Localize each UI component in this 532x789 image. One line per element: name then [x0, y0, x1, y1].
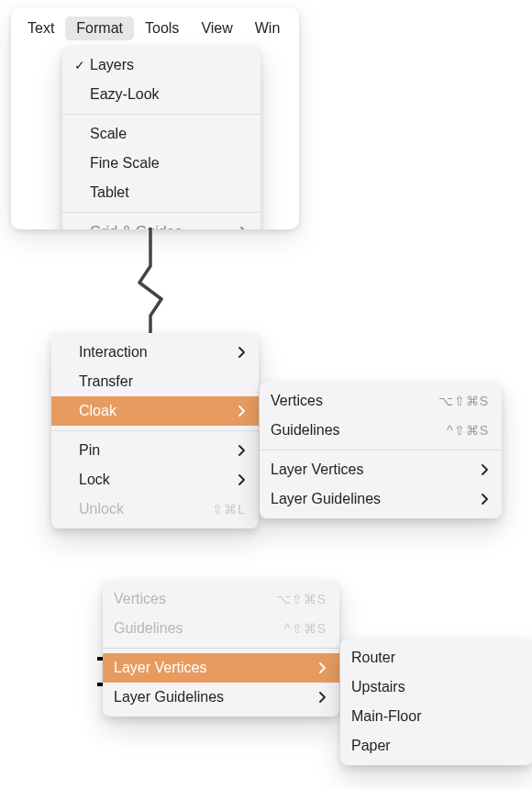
- menu-item-label: Eazy-Look: [88, 83, 248, 106]
- menu-item-label: Guidelines: [269, 419, 436, 441]
- menubar-item-text[interactable]: Text: [17, 17, 65, 40]
- menu-item-tablet[interactable]: Tablet: [62, 178, 260, 207]
- chevron-right-icon: [308, 692, 327, 703]
- menu-item-vertices: Vertices ⌥⇧⌘S: [103, 584, 339, 614]
- menu-item-layers[interactable]: ✓ Layers: [62, 50, 260, 80]
- menu-item-layer-guidelines[interactable]: Layer Guidelines: [103, 683, 339, 712]
- menu-item-label: Transfer: [77, 371, 246, 393]
- chevron-right-icon: [471, 464, 489, 475]
- menu-shortcut: ^⇧⌘S: [436, 421, 489, 440]
- menu-separator: [51, 430, 259, 431]
- menu-item-label: Router: [349, 647, 520, 669]
- chevron-right-icon: [229, 227, 248, 229]
- menubar-item-format[interactable]: Format: [65, 17, 134, 40]
- chevron-right-icon: [227, 445, 246, 456]
- menu-item-label: Layer Vertices: [269, 459, 471, 481]
- menu-item-scale[interactable]: Scale: [62, 119, 260, 149]
- menu-item-label: Cloak: [77, 400, 227, 422]
- menu-item-label: Main-Floor: [349, 706, 520, 728]
- menu-item-cloak[interactable]: Cloak: [51, 396, 259, 426]
- notch-icon: [97, 683, 103, 686]
- menu-item-guidelines: Guidelines ^⇧⌘S: [103, 614, 339, 643]
- menu-item-upstairs[interactable]: Upstairs: [340, 672, 532, 702]
- menu-item-label: Lock: [77, 469, 227, 491]
- cloak-submenu: Vertices ⌥⇧⌘S Guidelines ^⇧⌘S Layer Vert…: [260, 382, 502, 518]
- menu-item-label: Paper: [349, 735, 520, 757]
- menu-item-label: Unlock: [77, 498, 201, 520]
- menu-shortcut: ⌥⇧⌘S: [265, 590, 327, 609]
- menu-item-label: Layer Vertices: [112, 657, 308, 679]
- menu-separator: [62, 114, 260, 115]
- menubar-item-view[interactable]: View: [190, 17, 243, 40]
- menu-item-vertices[interactable]: Vertices ⌥⇧⌘S: [260, 386, 502, 416]
- menu-item-pin[interactable]: Pin: [51, 436, 259, 465]
- menu-item-router[interactable]: Router: [340, 643, 532, 672]
- checkmark-icon: ✓: [72, 56, 88, 75]
- menu-item-label: Scale: [88, 123, 248, 145]
- menu-item-label: Upstairs: [349, 676, 520, 698]
- menu-item-layer-vertices[interactable]: Layer Vertices: [260, 455, 502, 484]
- menu-item-label: Layers: [88, 54, 248, 76]
- menu-item-label: Fine Scale: [88, 152, 248, 174]
- format-dropdown: ✓ Layers Eazy-Look Scale Fine Scale Tabl…: [62, 46, 260, 229]
- chevron-right-icon: [227, 474, 246, 485]
- chevron-right-icon: [227, 406, 246, 417]
- menu-item-paper[interactable]: Paper: [340, 731, 532, 761]
- cloak-submenu-state2: Vertices ⌥⇧⌘S Guidelines ^⇧⌘S Layer Vert…: [103, 580, 339, 717]
- top-panel: Text Format Tools View Win ✓ Layers Eazy…: [11, 7, 299, 229]
- menu-separator: [62, 212, 260, 213]
- menu-item-eazylook[interactable]: Eazy-Look: [62, 80, 260, 109]
- menu-item-transfer[interactable]: Transfer: [51, 367, 259, 396]
- menu-item-label: Layer Guidelines: [269, 488, 471, 510]
- chevron-right-icon: [471, 494, 489, 505]
- squiggle-connector: [132, 228, 169, 338]
- menu-item-layer-guidelines[interactable]: Layer Guidelines: [260, 484, 502, 514]
- menubar: Text Format Tools View Win: [11, 7, 299, 46]
- menu-item-unlock: Unlock ⇧⌘L: [51, 495, 259, 524]
- layer-vertices-submenu: Router Upstairs Main-Floor Paper: [340, 639, 532, 765]
- format-dropdown-lower: Interaction Transfer Cloak Pin Lock Unlo…: [51, 333, 259, 528]
- menu-item-label: Guidelines: [112, 617, 273, 639]
- chevron-right-icon: [308, 662, 327, 673]
- menu-item-finescale[interactable]: Fine Scale: [62, 149, 260, 178]
- menu-item-interaction[interactable]: Interaction: [51, 338, 259, 367]
- menu-separator: [260, 450, 502, 450]
- menu-item-layer-vertices[interactable]: Layer Vertices: [103, 653, 339, 683]
- menu-item-label: Vertices: [112, 588, 265, 610]
- menu-item-lock[interactable]: Lock: [51, 465, 259, 495]
- notch-icon: [97, 657, 103, 661]
- menu-separator: [103, 648, 339, 649]
- menubar-item-win[interactable]: Win: [244, 17, 292, 40]
- chevron-right-icon: [227, 347, 246, 358]
- menu-shortcut: ⌥⇧⌘S: [427, 392, 489, 411]
- menu-shortcut: ^⇧⌘S: [273, 619, 327, 639]
- menu-item-label: Pin: [77, 439, 227, 461]
- menu-item-mainfloor[interactable]: Main-Floor: [340, 702, 532, 731]
- menubar-item-tools[interactable]: Tools: [134, 17, 190, 40]
- menu-item-label: Vertices: [269, 390, 427, 412]
- menu-item-label: Tablet: [88, 182, 248, 204]
- menu-item-label: Interaction: [77, 341, 227, 363]
- menu-item-label: Layer Guidelines: [112, 686, 308, 708]
- menu-item-guidelines[interactable]: Guidelines ^⇧⌘S: [260, 416, 502, 445]
- menu-shortcut: ⇧⌘L: [201, 500, 246, 519]
